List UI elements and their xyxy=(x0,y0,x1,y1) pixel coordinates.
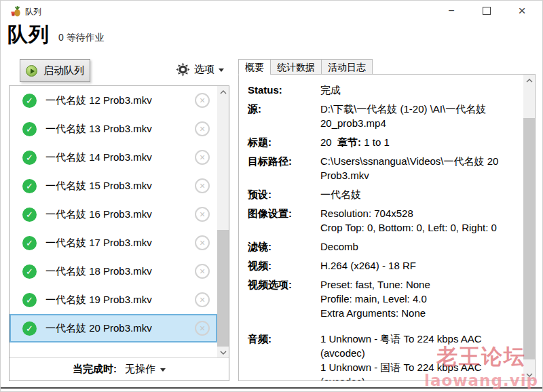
title-bar[interactable]: 队列 − × xyxy=(1,1,542,21)
destination-label: 目标路径: xyxy=(248,154,320,182)
minimize-button[interactable]: − xyxy=(434,1,469,21)
scroll-up-icon[interactable] xyxy=(523,75,535,86)
summary-scrollbar[interactable] xyxy=(523,75,535,380)
source-value: D:\下载\一代名妓 (1-20) \AI\一代名妓 20_prob3.mp4 xyxy=(320,102,523,130)
filters-label: 滤镜: xyxy=(248,239,320,254)
window-title: 队列 xyxy=(25,6,41,18)
queue-item[interactable]: ✓ 一代名妓 17 Prob3.mkv × xyxy=(10,229,217,257)
queue-item[interactable]: ✓ 一代名妓 14 Prob3.mkv × xyxy=(10,143,217,172)
queue-item[interactable]: ✓ 一代名妓 13 Prob3.mkv × xyxy=(10,115,217,143)
page-title: 队列 xyxy=(7,21,50,49)
success-check-icon: ✓ xyxy=(22,264,37,279)
close-button[interactable]: × xyxy=(504,1,540,21)
maximize-icon xyxy=(483,7,491,15)
when-done-label: 当完成时: xyxy=(73,363,117,376)
chapters-label: 章节: xyxy=(337,136,361,148)
success-check-icon: ✓ xyxy=(22,293,37,307)
tab-summary[interactable]: 概要 xyxy=(238,59,270,75)
summary-row-video: 视频: H.264 (x264) - 18 RF xyxy=(248,258,523,273)
remove-item-icon[interactable]: × xyxy=(195,235,210,250)
status-label: Status: xyxy=(248,83,320,97)
success-check-icon: ✓ xyxy=(22,122,37,136)
summary-row-audio: 音频: 1 Unknown - 粤语 To 224 kbps AAC (avco… xyxy=(248,332,523,380)
queue-item[interactable]: ✓ 一代名妓 12 Prob3.mkv × xyxy=(10,86,217,115)
remove-item-icon[interactable]: × xyxy=(195,264,210,279)
title-value: 20 章节: 1 to 1 xyxy=(320,135,523,149)
summary-row-filters: 滤镜: Decomb xyxy=(248,239,523,254)
pending-jobs-count: 0 等待作业 xyxy=(58,32,105,44)
start-queue-label: 启动队列 xyxy=(43,64,84,77)
summary-content: Status: 完成 源: D:\下载\一代名妓 (1-20) \AI\一代名妓… xyxy=(239,75,523,380)
preset-value: 一代名妓 xyxy=(320,187,523,201)
source-label: 源: xyxy=(248,102,320,130)
summary-row-picture: 图像设置: Resolution: 704x528 Crop Top: 0, B… xyxy=(248,206,523,235)
remove-item-icon[interactable]: × xyxy=(195,207,210,222)
queue-item[interactable]: ✓ 一代名妓 18 Prob3.mkv × xyxy=(10,257,217,286)
window-bottom-edge xyxy=(1,387,542,389)
queue-list-panel: ✓ 一代名妓 12 Prob3.mkv × ✓ 一代名妓 13 Prob3.mk… xyxy=(9,85,229,381)
audio-label: 音频: xyxy=(248,332,320,380)
summary-row-source: 源: D:\下载\一代名妓 (1-20) \AI\一代名妓 20_prob3.m… xyxy=(248,102,523,130)
preset-label: 预设: xyxy=(248,187,320,201)
handbrake-app-icon xyxy=(10,5,22,18)
gear-icon xyxy=(176,62,190,77)
remove-item-icon[interactable]: × xyxy=(195,292,210,307)
summary-panel: Status: 完成 源: D:\下载\一代名妓 (1-20) \AI\一代名妓… xyxy=(238,74,536,381)
queue-footer: 当完成时: 无操作 xyxy=(10,357,229,380)
success-check-icon: ✓ xyxy=(22,321,37,336)
chevron-down-icon xyxy=(219,68,224,72)
summary-scroll-thumb[interactable] xyxy=(523,118,535,359)
summary-row-title: 标题: 20 章节: 1 to 1 xyxy=(248,135,523,149)
queue-scroll-thumb[interactable] xyxy=(217,230,229,347)
tab-activity-log[interactable]: 活动日志 xyxy=(321,59,373,75)
remove-item-icon[interactable]: × xyxy=(195,93,210,108)
success-check-icon: ✓ xyxy=(22,94,37,108)
success-check-icon: ✓ xyxy=(22,236,37,250)
destination-value: C:\Users\ssnangua\Videos\一代名妓 20 Prob3.m… xyxy=(320,154,523,182)
play-icon xyxy=(26,65,37,77)
queue-item[interactable]: ✓ 一代名妓 19 Prob3.mkv × xyxy=(10,286,217,314)
scroll-down-icon[interactable] xyxy=(217,347,229,358)
options-label: 选项 xyxy=(194,63,214,76)
queue-scrollbar[interactable] xyxy=(217,86,229,358)
remove-item-icon[interactable]: × xyxy=(195,150,210,165)
chevron-down-icon xyxy=(160,368,166,372)
audio-value: 1 Unknown - 粤语 To 224 kbps AAC (avcodec)… xyxy=(320,332,523,380)
options-dropdown[interactable]: 选项 xyxy=(176,62,224,77)
success-check-icon: ✓ xyxy=(22,179,37,193)
queue-list: ✓ 一代名妓 12 Prob3.mkv × ✓ 一代名妓 13 Prob3.mk… xyxy=(10,86,217,358)
queue-item-selected[interactable]: ✓ 一代名妓 20 Prob3.mkv × xyxy=(10,314,217,342)
summary-row-video-options: 视频选项: Preset: fast, Tune: None Profile: … xyxy=(248,277,523,320)
video-value: H.264 (x264) - 18 RF xyxy=(320,258,523,273)
start-queue-button[interactable]: 启动队列 xyxy=(20,59,90,82)
picture-settings-value: Resolution: 704x528 Crop Top: 0, Bottom:… xyxy=(320,206,523,235)
when-done-value: 无操作 xyxy=(125,363,155,376)
remove-item-icon[interactable]: × xyxy=(195,178,210,193)
remove-item-icon[interactable]: × xyxy=(195,121,210,136)
remove-item-icon[interactable]: × xyxy=(195,321,210,336)
success-check-icon: ✓ xyxy=(22,151,37,165)
summary-row-destination: 目标路径: C:\Users\ssnangua\Videos\一代名妓 20 P… xyxy=(248,154,523,182)
video-options-label: 视频选项: xyxy=(248,277,320,320)
video-options-value: Preset: fast, Tune: None Profile: main, … xyxy=(320,277,523,320)
queue-item[interactable]: ✓ 一代名妓 16 Prob3.mkv × xyxy=(10,200,217,229)
status-value: 完成 xyxy=(320,83,523,97)
title-label: 标题: xyxy=(248,135,320,149)
scroll-up-icon[interactable] xyxy=(217,86,229,98)
summary-row-status: Status: 完成 xyxy=(248,83,523,97)
when-done-dropdown[interactable]: 无操作 xyxy=(125,363,166,376)
summary-row-preset: 预设: 一代名妓 xyxy=(248,187,523,201)
filters-value: Decomb xyxy=(320,239,523,254)
maximize-button[interactable] xyxy=(469,1,504,21)
tab-statistics[interactable]: 统计数据 xyxy=(270,59,321,75)
picture-settings-label: 图像设置: xyxy=(248,206,320,235)
queue-item[interactable]: ✓ 一代名妓 15 Prob3.mkv × xyxy=(10,172,217,200)
video-label: 视频: xyxy=(248,258,320,273)
detail-tabs: 概要 统计数据 活动日志 xyxy=(238,59,373,75)
success-check-icon: ✓ xyxy=(22,208,37,222)
scroll-down-icon[interactable] xyxy=(523,369,535,380)
queue-window: 队列 − × 队列 0 等待作业 启动队列 选项 概要 统计数据 活动日志 St… xyxy=(0,0,543,392)
